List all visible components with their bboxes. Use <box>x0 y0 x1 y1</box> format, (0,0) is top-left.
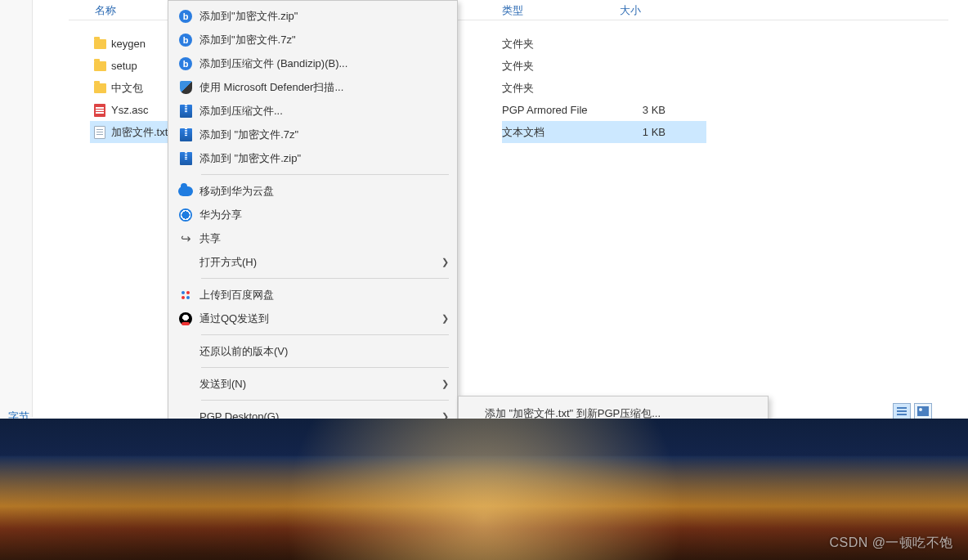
bandizip-icon: b <box>179 34 192 47</box>
svg-point-1 <box>186 291 190 294</box>
svg-point-3 <box>186 296 190 299</box>
menu-add-compress[interactable]: 添加到压缩文件... <box>168 99 457 123</box>
menu-separator <box>201 174 449 175</box>
bandizip-icon: b <box>179 57 192 70</box>
file-detail-columns: 文件夹 文件夹 文件夹 PGP Armored File3 KB 文本文档1 K… <box>502 33 706 143</box>
qq-icon <box>179 312 192 325</box>
menu-add-zip-2[interactable]: 添加到 "加密文件.zip" <box>168 146 457 170</box>
sidebar-strip <box>0 0 33 417</box>
menu-separator <box>201 400 449 401</box>
menu-huawei-cloud[interactable]: 移动到华为云盘 <box>168 179 457 203</box>
file-name: setup <box>111 60 137 72</box>
menu-defender-scan[interactable]: 使用 Microsoft Defender扫描... <box>168 75 457 99</box>
chevron-right-icon: ❯ <box>439 379 449 389</box>
defender-icon <box>180 81 192 94</box>
svg-point-0 <box>182 291 185 294</box>
menu-add-bandizip[interactable]: b添加到压缩文件 (Bandizip)(B)... <box>168 52 457 75</box>
menu-add-7z-2[interactable]: 添加到 "加密文件.7z" <box>168 123 457 146</box>
txt-file-icon <box>93 126 106 139</box>
file-name: 中文包 <box>111 81 143 96</box>
menu-send-to[interactable]: 发送到(N)❯ <box>168 372 457 396</box>
archive-icon <box>180 152 192 165</box>
file-name: Ysz.asc <box>111 104 149 116</box>
view-thumbnails-button[interactable] <box>914 403 932 419</box>
file-name: 加密文件.txt <box>111 125 168 140</box>
file-name: keygen <box>111 38 146 50</box>
menu-separator <box>201 278 449 279</box>
table-row: PGP Armored File3 KB <box>502 99 706 121</box>
asc-file-icon <box>93 104 106 117</box>
folder-icon <box>93 38 106 51</box>
table-row-selected: 文本文档1 KB <box>502 121 706 143</box>
menu-qq-send[interactable]: 通过QQ发送到❯ <box>168 307 457 330</box>
desktop-wallpaper <box>0 419 968 560</box>
menu-baidu-upload[interactable]: 上传到百度网盘 <box>168 283 457 307</box>
chevron-right-icon: ❯ <box>439 257 449 267</box>
archive-icon <box>180 105 192 118</box>
menu-add-zip[interactable]: b添加到"加密文件.zip" <box>168 4 457 28</box>
table-row: 文件夹 <box>502 55 706 77</box>
view-mode-tray <box>893 403 932 419</box>
folder-icon <box>93 60 106 73</box>
column-header-name[interactable]: 名称 <box>95 0 116 21</box>
column-header-size[interactable]: 大小 <box>620 0 641 21</box>
menu-share[interactable]: ↪共享 <box>168 226 457 250</box>
huawei-share-icon <box>179 208 192 222</box>
column-header-type[interactable]: 类型 <box>502 0 523 21</box>
view-details-button[interactable] <box>893 403 911 419</box>
menu-add-7z[interactable]: b添加到"加密文件.7z" <box>168 28 457 52</box>
menu-restore-versions[interactable]: 还原以前的版本(V) <box>168 339 457 363</box>
table-row: 文件夹 <box>502 77 706 99</box>
menu-open-with[interactable]: 打开方式(H)❯ <box>168 250 457 274</box>
folder-icon <box>93 82 106 95</box>
menu-separator <box>201 334 449 335</box>
menu-huawei-share[interactable]: 华为分享 <box>168 203 457 226</box>
watermark: CSDN @一顿吃不饱 <box>829 535 953 552</box>
share-icon: ↪ <box>181 231 191 246</box>
baidu-icon <box>179 289 192 302</box>
bandizip-icon: b <box>179 10 192 23</box>
table-row: 文件夹 <box>502 33 706 55</box>
svg-point-2 <box>182 296 185 299</box>
menu-separator <box>201 367 449 368</box>
cloud-icon <box>178 186 193 196</box>
archive-icon <box>180 128 192 141</box>
chevron-right-icon: ❯ <box>439 313 449 324</box>
